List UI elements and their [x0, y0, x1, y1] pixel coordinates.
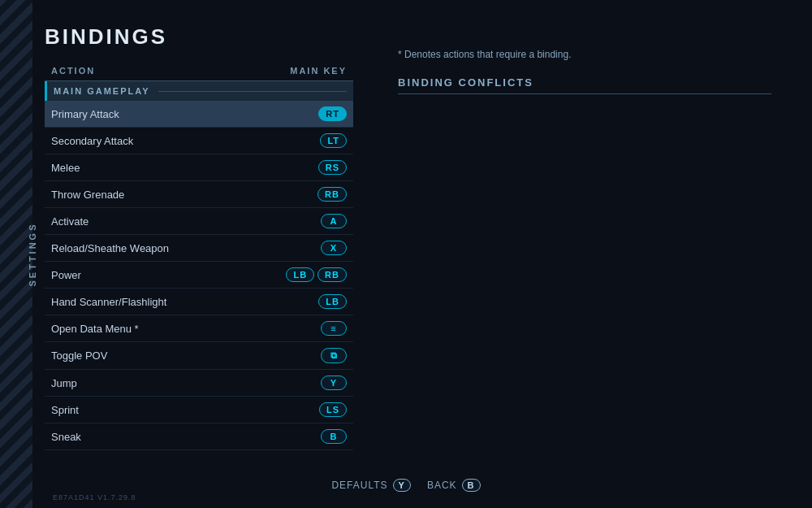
key-badge: X — [321, 241, 347, 255]
action-name: Melee — [51, 162, 80, 174]
binding-row[interactable]: Throw GrenadeRB — [45, 181, 353, 208]
action-name: Sneak — [51, 431, 81, 443]
key-badge: LT — [320, 133, 347, 148]
action-name: Sprint — [51, 404, 79, 416]
bindings-list: MAIN GAMEPLAYPrimary AttackRTSecondary A… — [45, 81, 353, 450]
action-name: Secondary Attack — [51, 135, 133, 147]
action-name: Toggle POV — [51, 350, 107, 362]
keys-container: A — [321, 214, 347, 228]
bottom-bar: DEFAULTS Y BACK B — [0, 479, 812, 492]
right-panel: * Denotes actions that require a binding… — [398, 49, 771, 94]
key-badge: RB — [317, 187, 347, 202]
action-name: Jump — [51, 377, 77, 389]
keys-container: RT — [318, 106, 347, 121]
key-badge: LS — [319, 402, 347, 417]
key-badge: RB — [317, 267, 347, 282]
binding-row[interactable]: PowerLBRB — [45, 262, 353, 289]
key-badge: RT — [318, 106, 347, 121]
action-name: Hand Scanner/Flashlight — [51, 296, 166, 308]
keys-container: X — [321, 241, 347, 255]
key-badge: LB — [318, 294, 347, 309]
conflicts-label: BINDING CONFLICTS — [398, 76, 771, 94]
binding-row[interactable]: Secondary AttackLT — [45, 128, 353, 154]
back-label: BACK — [427, 480, 457, 491]
keys-container: Y — [321, 376, 347, 390]
binding-row[interactable]: ActivateA — [45, 208, 353, 235]
binding-row[interactable]: Open Data Menu *≡ — [45, 315, 353, 342]
keys-container: B — [321, 429, 347, 444]
defaults-action[interactable]: DEFAULTS Y — [331, 479, 410, 492]
bindings-panel: ACTION MAIN KEY MAIN GAMEPLAYPrimary Att… — [45, 66, 353, 450]
binding-row[interactable]: Toggle POV⧉ — [45, 342, 353, 370]
binding-row[interactable]: SprintLS — [45, 397, 353, 423]
defaults-label: DEFAULTS — [331, 480, 387, 491]
binding-row[interactable]: SneakB — [45, 423, 353, 450]
defaults-key: Y — [393, 479, 411, 492]
action-name: Open Data Menu * — [51, 323, 139, 335]
settings-label: SETTINGS — [28, 222, 37, 286]
action-name: Throw Grenade — [51, 189, 124, 201]
binding-row[interactable]: MeleeRS — [45, 154, 353, 181]
action-name: Primary Attack — [51, 108, 119, 120]
keys-container: LS — [319, 402, 347, 417]
binding-row[interactable]: Primary AttackRT — [45, 101, 353, 128]
sidebar-decoration: SETTINGS — [0, 0, 32, 508]
action-column-header: ACTION — [51, 66, 95, 76]
action-name: Activate — [51, 215, 89, 228]
key-badge: B — [321, 429, 347, 444]
keys-container: LT — [320, 133, 347, 148]
keys-container: LBRB — [286, 267, 347, 282]
binding-row[interactable]: Hand Scanner/FlashlightLB — [45, 289, 353, 315]
key-badge: RS — [318, 160, 347, 175]
keys-container: LB — [318, 294, 347, 309]
key-badge: LB — [286, 267, 314, 282]
key-badge: A — [321, 214, 347, 228]
column-headers: ACTION MAIN KEY — [45, 66, 353, 81]
keys-container: ⧉ — [321, 348, 347, 363]
binding-row[interactable]: JumpY — [45, 370, 353, 397]
keys-container: RB — [317, 187, 347, 202]
binding-note: * Denotes actions that require a binding… — [398, 49, 771, 60]
back-key: B — [462, 479, 481, 492]
page-title: BINDINGS — [45, 24, 775, 50]
keys-container: RS — [318, 160, 347, 175]
back-action[interactable]: BACK B — [427, 479, 481, 492]
key-badge: ≡ — [321, 321, 347, 336]
action-name: Power — [51, 269, 81, 281]
version-text: E87A1D41 V1.7.29.8 — [53, 493, 136, 501]
section-header-main-gameplay: MAIN GAMEPLAY — [45, 81, 353, 101]
binding-row[interactable]: Reload/Sheathe WeaponX — [45, 235, 353, 262]
key-badge: ⧉ — [321, 348, 347, 363]
mainkey-column-header: MAIN KEY — [290, 66, 347, 76]
key-badge: Y — [321, 376, 347, 390]
action-name: Reload/Sheathe Weapon — [51, 242, 169, 254]
keys-container: ≡ — [321, 321, 347, 336]
